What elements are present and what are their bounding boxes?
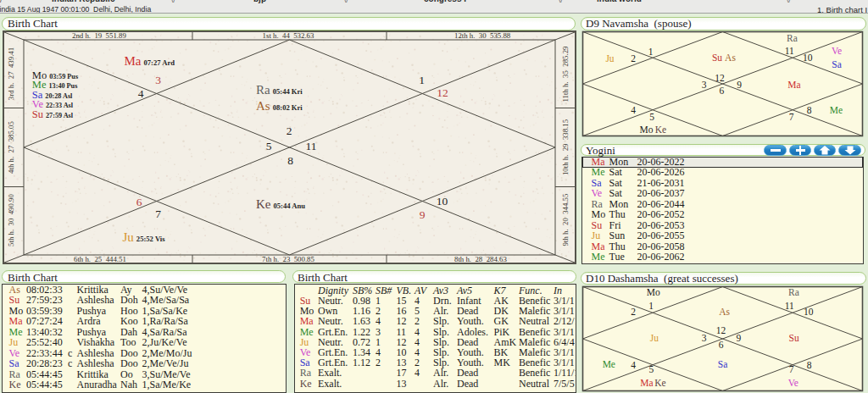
svg-text:Ma: Ma	[640, 378, 653, 388]
svg-text:Ra: Ra	[788, 287, 799, 297]
svg-text:12: 12	[716, 325, 726, 335]
svg-text:9: 9	[737, 80, 742, 90]
svg-text:7: 7	[155, 208, 161, 220]
svg-text:3: 3	[702, 333, 707, 343]
svg-text:Me: Me	[830, 105, 843, 115]
svg-text:6th h. 25 444.51: 6th h. 25 444.51	[74, 255, 126, 263]
svg-text:6: 6	[136, 196, 142, 208]
svg-text:8: 8	[807, 105, 812, 115]
svg-text:6: 6	[719, 86, 724, 96]
svg-text:12: 12	[715, 73, 725, 83]
svg-text:Me: Me	[603, 359, 615, 369]
svg-text:2nd h. 19 551.89: 2nd h. 19 551.89	[72, 31, 126, 40]
svg-text:As: As	[725, 53, 736, 63]
svg-text:5: 5	[648, 364, 654, 374]
svg-text:11: 11	[785, 46, 794, 56]
svg-text:Ve: Ve	[788, 378, 798, 388]
svg-text:12th h. 30 535.88: 12th h. 30 535.88	[454, 31, 511, 40]
svg-text:Ke: Ke	[655, 125, 666, 135]
svg-text:1: 1	[648, 301, 654, 311]
svg-text:2: 2	[631, 53, 636, 64]
svg-text:6: 6	[719, 340, 724, 350]
svg-text:1: 1	[648, 47, 654, 57]
svg-text:Mo: Mo	[640, 125, 654, 135]
svg-text:7: 7	[789, 112, 794, 122]
svg-text:Ve: Ve	[832, 46, 842, 56]
svg-text:1st h. 44 532.63: 1st h. 44 532.63	[263, 31, 314, 40]
svg-text:Mo: Mo	[647, 287, 660, 297]
svg-text:Sa: Sa	[718, 359, 728, 369]
svg-text:3: 3	[702, 80, 707, 90]
svg-text:8: 8	[807, 360, 812, 370]
svg-text:11: 11	[785, 301, 794, 311]
svg-text:3rd h. 27 439.41: 3rd h. 27 439.41	[7, 47, 15, 100]
svg-text:7th h. 23 500.85: 7th h. 23 500.85	[262, 255, 314, 263]
svg-text:11: 11	[306, 140, 317, 152]
svg-text:7: 7	[789, 364, 794, 374]
svg-text:5: 5	[649, 112, 654, 122]
svg-text:4: 4	[138, 87, 144, 100]
svg-text:Su: Su	[712, 53, 722, 63]
svg-text:8: 8	[287, 154, 293, 167]
svg-text:11th h. 35 285.29: 11th h. 35 285.29	[561, 46, 570, 102]
svg-text:10: 10	[437, 195, 448, 208]
svg-text:8th h. 28 284.63: 8th h. 28 284.63	[454, 255, 507, 263]
svg-text:Su: Su	[789, 333, 799, 343]
svg-text:10: 10	[803, 53, 813, 63]
svg-text:Ju: Ju	[650, 333, 659, 343]
svg-text:5th h. 30 490.90: 5th h. 30 490.90	[7, 193, 15, 246]
svg-text:5: 5	[266, 140, 272, 152]
svg-text:Ju: Ju	[605, 53, 614, 64]
svg-text:Ma: Ma	[787, 80, 800, 90]
svg-text:12: 12	[437, 86, 448, 99]
svg-text:9: 9	[420, 208, 426, 221]
svg-text:2: 2	[631, 307, 636, 317]
svg-text:3: 3	[155, 74, 161, 86]
svg-text:4: 4	[631, 105, 636, 115]
svg-text:9th h. 20 344.55: 9th h. 20 344.55	[561, 193, 570, 246]
svg-text:10: 10	[804, 307, 814, 317]
svg-text:9: 9	[737, 333, 742, 343]
svg-text:Ra: Ra	[787, 33, 798, 43]
svg-text:Sa: Sa	[832, 59, 842, 69]
svg-text:1: 1	[419, 74, 425, 86]
svg-text:10th h. 29 338.15: 10th h. 29 338.15	[561, 119, 570, 175]
svg-text:Ke: Ke	[654, 378, 665, 388]
svg-text:As: As	[719, 307, 730, 317]
svg-text:4: 4	[631, 360, 636, 370]
svg-text:4th h. 27 385.05: 4th h. 27 385.05	[7, 120, 15, 173]
svg-text:2: 2	[287, 125, 292, 137]
